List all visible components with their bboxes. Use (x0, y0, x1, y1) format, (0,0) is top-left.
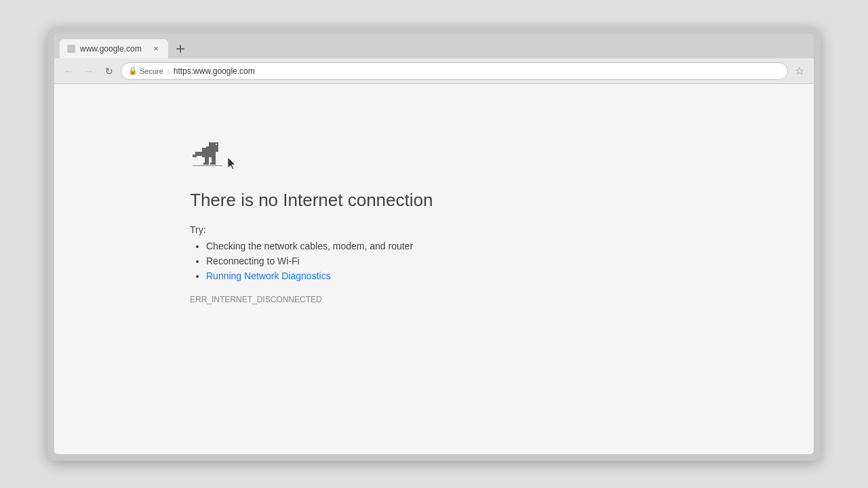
list-item: Running Network Diagnostics (206, 270, 413, 281)
tab-favicon-icon (66, 44, 76, 54)
secure-badge: 🔒 Secure (128, 66, 163, 75)
error-title: There is no Internet connection (190, 190, 433, 211)
browser-tab[interactable]: www.google.com × (60, 39, 168, 58)
svg-rect-12 (205, 157, 209, 163)
error-container: There is no Internet connection Try: Che… (190, 138, 433, 304)
list-item: Checking the network cables, modem, and … (206, 241, 413, 251)
svg-rect-2 (180, 45, 181, 53)
new-tab-button[interactable] (171, 39, 190, 58)
suggestions-list: Checking the network cables, modem, and … (190, 241, 413, 281)
address-divider: | (167, 67, 170, 75)
svg-rect-0 (67, 45, 75, 53)
list-item: Reconnecting to Wi-Fi (206, 256, 413, 266)
tab-title: www.google.com (80, 44, 146, 54)
tab-bar: www.google.com × (54, 34, 814, 58)
svg-rect-16 (193, 165, 222, 166)
back-icon: ← (64, 66, 73, 77)
svg-rect-9 (193, 155, 197, 157)
browser-window: www.google.com × ← → ↻ (54, 34, 814, 454)
secure-label: Secure (140, 67, 163, 75)
lock-icon: 🔒 (128, 66, 138, 75)
try-label: Try: (190, 224, 206, 235)
suggestion-text-1: Checking the network cables, modem, and … (206, 241, 413, 251)
svg-rect-6 (209, 149, 218, 152)
reload-button[interactable]: ↻ (100, 62, 118, 80)
svg-rect-14 (203, 163, 209, 165)
svg-rect-5 (216, 144, 217, 145)
forward-icon: → (84, 66, 94, 77)
error-code: ERR_INTERNET_DISCONNECTED (190, 295, 322, 304)
run-diagnostics-link[interactable]: Running Network Diagnostics (206, 270, 331, 281)
back-button[interactable]: ← (60, 62, 77, 80)
bookmark-button[interactable]: ☆ (791, 62, 808, 80)
dino-icon (190, 138, 225, 174)
svg-rect-15 (210, 163, 216, 165)
dino-wrapper (190, 138, 225, 176)
reload-icon: ↻ (105, 66, 113, 77)
forward-button[interactable]: → (80, 62, 98, 80)
svg-rect-7 (206, 146, 210, 150)
star-icon: ☆ (795, 64, 804, 77)
svg-rect-10 (212, 155, 214, 157)
page-content: There is no Internet connection Try: Che… (54, 84, 814, 454)
svg-rect-13 (212, 157, 216, 163)
nav-bar: ← → ↻ 🔒 Secure | https:www.google.com ☆ (54, 58, 814, 84)
tab-close-button[interactable]: × (151, 43, 161, 54)
suggestion-text-2: Reconnecting to Wi-Fi (206, 256, 300, 266)
laptop-frame: www.google.com × ← → ↻ (47, 27, 821, 461)
address-bar[interactable]: 🔒 Secure | https:www.google.com (121, 62, 788, 80)
mouse-cursor (228, 157, 237, 169)
url-text: https:www.google.com (174, 66, 255, 76)
